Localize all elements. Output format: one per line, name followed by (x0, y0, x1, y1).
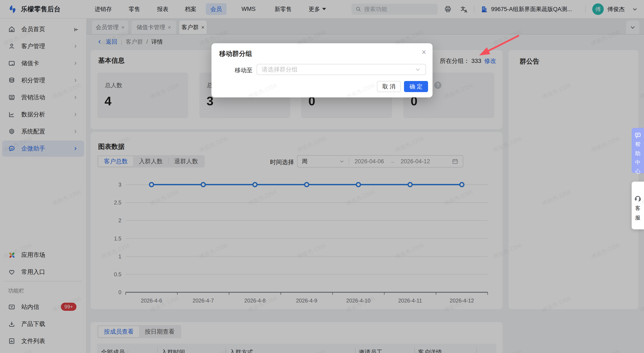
app-window: 乐檬零售后台 进销存 零售 报表 档案 会员 WMS 新零售 更多 搜索功能 文… (0, 0, 644, 353)
chevron-down-icon (415, 67, 421, 73)
help-center-tab[interactable]: 帮 助 中 心 (632, 128, 644, 173)
help-chat-icon (634, 132, 642, 139)
annotation-arrow (473, 28, 528, 64)
cancel-button[interactable]: 取 消 (377, 81, 401, 92)
close-icon[interactable]: × (422, 48, 426, 56)
modal-title: 移动群分组 (219, 49, 252, 58)
group-select[interactable]: 请选择群分组 (256, 64, 426, 75)
confirm-button[interactable]: 确 定 (404, 81, 428, 92)
move-to-label: 移动至 (234, 66, 252, 74)
headset-icon (634, 194, 642, 202)
select-placeholder: 请选择群分组 (262, 66, 298, 74)
customer-service-tab[interactable]: 客 服 (632, 182, 644, 229)
move-group-modal: 移动群分组 × 移动至 请选择群分组 取 消 确 定 (212, 43, 432, 97)
